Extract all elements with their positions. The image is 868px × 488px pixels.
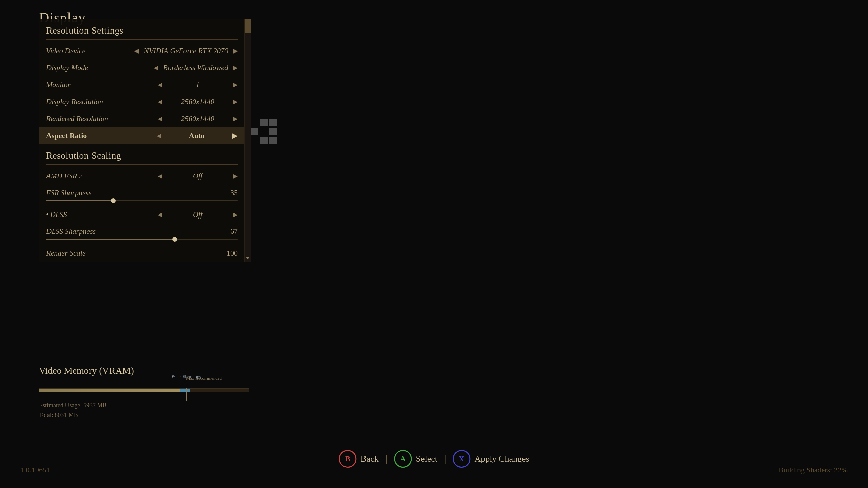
logo-cell-1 bbox=[251, 119, 258, 126]
shader-info: Building Shaders: 22% bbox=[778, 466, 848, 474]
fsr-sharpness-thumb[interactable] bbox=[111, 198, 116, 203]
amd-fsr-value: Off bbox=[167, 171, 228, 180]
select-nav-item: A Select bbox=[394, 450, 437, 468]
rendered-resolution-prev[interactable]: ◀ bbox=[158, 115, 162, 122]
monitor-next[interactable]: ▶ bbox=[233, 81, 238, 88]
display-mode-row: Display Mode ◀ Borderless Windowed ▶ bbox=[39, 59, 244, 76]
monitor-prev[interactable]: ◀ bbox=[158, 81, 162, 88]
dlss-label: •DLSS bbox=[46, 210, 158, 219]
fsr-sharpness-track[interactable] bbox=[46, 200, 238, 201]
resolution-settings-header: Resolution Settings bbox=[39, 19, 244, 39]
version-info: 1.0.19651 bbox=[20, 466, 50, 474]
logo-cell-8 bbox=[260, 137, 268, 144]
rendered-resolution-next[interactable]: ▶ bbox=[233, 115, 238, 122]
amd-fsr-prev[interactable]: ◀ bbox=[158, 172, 162, 180]
vram-estimated: Estimated Usage: 5937 MB bbox=[39, 401, 249, 410]
display-mode-prev[interactable]: ◀ bbox=[154, 64, 158, 72]
display-mode-label: Display Mode bbox=[46, 63, 154, 72]
apply-label: Apply Changes bbox=[475, 454, 529, 464]
back-nav-item: B Back bbox=[339, 450, 378, 468]
video-device-row: Video Device ◀ NVIDIA GeForce RTX 2070 ▶ bbox=[39, 42, 244, 59]
logo-area bbox=[251, 119, 277, 144]
dlss-next[interactable]: ▶ bbox=[233, 211, 238, 218]
video-device-prev[interactable]: ◀ bbox=[134, 47, 139, 55]
vram-bar-os-fill bbox=[180, 389, 190, 392]
select-button[interactable]: A bbox=[394, 450, 412, 468]
video-device-value: NVIDIA GeForce RTX 2070 bbox=[144, 46, 228, 55]
dlss-sharpness-value: 67 bbox=[221, 227, 238, 236]
dlss-prev[interactable]: ◀ bbox=[158, 211, 162, 218]
logo-cell-5 bbox=[260, 128, 268, 135]
amd-fsr-next[interactable]: ▶ bbox=[233, 172, 238, 180]
rendered-resolution-value: 868x488 bbox=[167, 114, 228, 123]
dlss-row: •DLSS ◀ Off ▶ bbox=[39, 206, 244, 223]
aspect-ratio-prev[interactable]: ◀ bbox=[157, 132, 161, 139]
display-mode-value: Borderless Windowed bbox=[163, 63, 228, 72]
dlss-sharpness-thumb[interactable] bbox=[172, 237, 177, 242]
render-scale-label: Render Scale bbox=[46, 249, 221, 258]
logo-grid bbox=[251, 119, 277, 144]
logo-cell-7 bbox=[251, 137, 258, 144]
display-resolution-next[interactable]: ▶ bbox=[233, 98, 238, 105]
fsr-sharpness-value: 35 bbox=[221, 188, 238, 197]
display-mode-next[interactable]: ▶ bbox=[233, 64, 238, 72]
dlss-sharpness-fill bbox=[46, 239, 175, 240]
vram-max-label: Max Recommended bbox=[186, 375, 222, 381]
back-button[interactable]: B bbox=[339, 450, 356, 468]
render-scale-row: Render Scale 100 bbox=[39, 245, 244, 262]
dlss-sharpness-row: DLSS Sharpness 67 bbox=[39, 223, 244, 237]
vram-info: Estimated Usage: 5937 MB Total: 8031 MB bbox=[39, 401, 249, 420]
aspect-ratio-row[interactable]: Aspect Ratio ◀ Auto ▶ bbox=[39, 127, 244, 144]
apply-nav-item: X Apply Changes bbox=[453, 450, 529, 468]
scroll-arrow-down-icon[interactable]: ▼ bbox=[245, 256, 250, 261]
logo-cell-2 bbox=[260, 119, 268, 126]
vram-bar-bg bbox=[39, 388, 249, 392]
monitor-value: 1 bbox=[167, 80, 228, 89]
aspect-ratio-label: Aspect Ratio bbox=[46, 131, 157, 140]
monitor-row: Monitor ◀ 1 ▶ bbox=[39, 76, 244, 93]
scroll-thumb[interactable] bbox=[245, 19, 251, 33]
amd-fsr-row: AMD FSR 2 ◀ Off ▶ bbox=[39, 167, 244, 184]
nav-sep-2: | bbox=[444, 453, 446, 464]
rendered-resolution-row: Rendered Resolution ◀ 868x488 ▶ bbox=[39, 110, 244, 127]
dlss-control: ◀ Off ▶ bbox=[158, 210, 238, 219]
resolution-scaling-header: Resolution Scaling bbox=[39, 144, 244, 164]
fsr-sharpness-row: FSR Sharpness 35 bbox=[39, 184, 244, 199]
nav-sep-1: | bbox=[386, 453, 388, 464]
logo-cell-6 bbox=[269, 128, 277, 135]
settings-panel: ▼ Resolution Settings Video Device ◀ NVI… bbox=[39, 19, 251, 262]
fsr-sharpness-label: FSR Sharpness bbox=[46, 188, 221, 197]
logo-cell-3 bbox=[269, 119, 277, 126]
vram-section: Video Memory (VRAM) OS + Other apps Max … bbox=[39, 365, 249, 420]
dlss-sharpness-slider-row bbox=[39, 237, 244, 245]
display-resolution-control: ◀ 868x488 ▶ bbox=[158, 97, 238, 106]
apply-button[interactable]: X bbox=[453, 450, 471, 468]
aspect-ratio-next[interactable]: ▶ bbox=[232, 131, 238, 140]
render-scale-value: 100 bbox=[221, 249, 238, 258]
vram-title: Video Memory (VRAM) bbox=[39, 365, 249, 376]
vram-bar-main-fill bbox=[39, 389, 180, 392]
amd-fsr-control: ◀ Off ▶ bbox=[158, 171, 238, 180]
select-label: Select bbox=[416, 454, 437, 464]
dlss-value: Off bbox=[167, 210, 228, 219]
video-device-label: Video Device bbox=[46, 46, 134, 55]
display-mode-control: ◀ Borderless Windowed ▶ bbox=[154, 63, 238, 72]
video-device-control: ◀ NVIDIA GeForce RTX 2070 ▶ bbox=[134, 46, 238, 55]
scaling-divider bbox=[46, 164, 238, 165]
vram-bar-container: OS + Other apps Max Recommended bbox=[39, 382, 249, 394]
dlss-sharpness-track[interactable] bbox=[46, 239, 238, 240]
vram-total: Total: 8031 MB bbox=[39, 410, 249, 420]
logo-cell-9 bbox=[269, 137, 277, 144]
aspect-ratio-value: Auto bbox=[166, 131, 227, 140]
scrollbar[interactable]: ▼ bbox=[244, 19, 251, 262]
display-resolution-label: Display Resolution bbox=[46, 97, 158, 106]
logo-cell-4 bbox=[251, 128, 258, 135]
dlss-sharpness-label: DLSS Sharpness bbox=[46, 227, 221, 236]
rendered-resolution-label: Rendered Resolution bbox=[46, 114, 158, 123]
monitor-label: Monitor bbox=[46, 80, 158, 89]
video-device-next[interactable]: ▶ bbox=[233, 47, 238, 55]
resolution-divider bbox=[46, 39, 238, 40]
display-resolution-prev[interactable]: ◀ bbox=[158, 98, 162, 105]
fsr-sharpness-slider-row bbox=[39, 199, 244, 206]
monitor-control: ◀ 1 ▶ bbox=[158, 80, 238, 89]
